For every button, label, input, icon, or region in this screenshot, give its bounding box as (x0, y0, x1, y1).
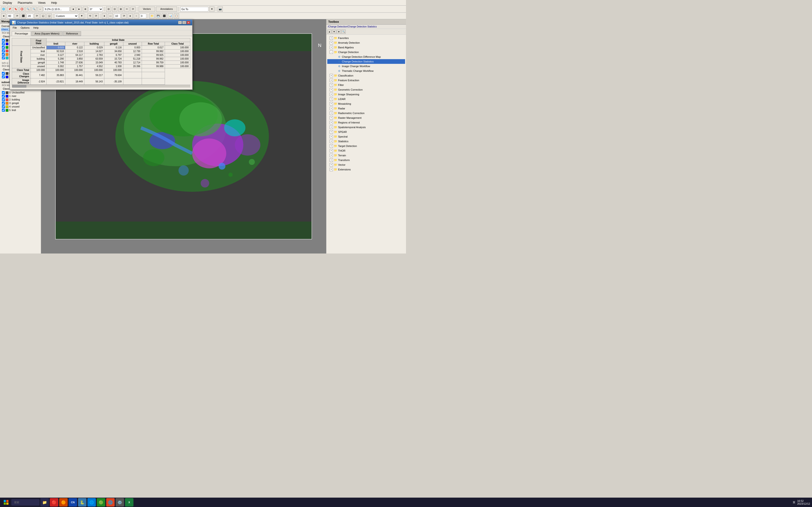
tree-expander-17[interactable]: + (329, 116, 333, 119)
modal-dialog[interactable]: 📊 Change Detection Statistics (Initial S… (9, 19, 193, 90)
tree-expander-3[interactable]: − (329, 50, 333, 54)
toolbar-btn-11[interactable]: ⊞ (118, 7, 123, 12)
class-item-3-3[interactable]: 3: gengdi (1, 101, 40, 105)
toolbar-btn-7[interactable]: ↔ (38, 7, 43, 12)
toolbar-btn-10[interactable]: ⊡ (112, 7, 117, 12)
class-check-2-0[interactable] (2, 72, 5, 75)
menu-views[interactable]: Views (37, 1, 47, 5)
class-item-3-5[interactable]: 5: lindi (1, 108, 40, 112)
toolbar2-btn-16[interactable]: ⬛ (162, 13, 167, 18)
toolbar2-btn-3[interactable]: ⬛ (21, 13, 26, 18)
toolbox-star-btn[interactable]: ★ (337, 30, 341, 34)
modal-menu-help[interactable]: Help (32, 26, 41, 30)
tree-item-6[interactable]: ⚙Image Change Workflow (327, 64, 405, 68)
toolbar2-btn-15[interactable]: 💾 (156, 13, 161, 18)
class-check-3-1[interactable] (2, 95, 5, 98)
class-check-1-4[interactable] (2, 53, 5, 56)
tree-expander-10[interactable]: + (329, 83, 333, 87)
tree-item-0[interactable]: +📁Favorites (327, 36, 405, 40)
tree-expander-22[interactable]: + (329, 139, 333, 143)
tree-item-16[interactable]: +📁Radiometric Correction (327, 111, 405, 115)
goto-dropdown[interactable]: ▼ (209, 7, 214, 12)
class-check-1-1[interactable] (2, 42, 5, 45)
toolbar-btn-1[interactable]: 🌐 (1, 7, 6, 12)
goto-input[interactable] (180, 7, 208, 11)
modal-minimize-btn[interactable]: − (178, 21, 182, 24)
toolbar2-btn-9[interactable]: ● (102, 13, 107, 18)
class-item-3-0[interactable]: 0: Unclassified (1, 91, 40, 94)
scale-input-1[interactable] (7, 14, 14, 18)
class-check-3-3[interactable] (2, 102, 5, 105)
class-check-1-0[interactable] (2, 39, 5, 42)
tab-percentage[interactable]: Percentage (12, 31, 31, 36)
menu-display[interactable]: Display (2, 1, 13, 5)
tab-area[interactable]: Area (Square Meters) (32, 31, 62, 36)
toolbar2-btn-1[interactable]: ◄ (1, 13, 6, 18)
scale-input-2[interactable] (27, 14, 33, 18)
toolbar-btn-2[interactable]: 📌 (7, 7, 12, 12)
zoom-in-btn[interactable]: ◄ (70, 7, 75, 12)
menu-help[interactable]: Help (50, 1, 58, 5)
custom-dropdown[interactable]: ▼ (79, 13, 84, 18)
tree-expander-23[interactable]: + (329, 144, 333, 148)
modal-menu-options[interactable]: Options (19, 26, 32, 30)
tab-reference[interactable]: Reference (63, 31, 81, 36)
tree-expander-11[interactable]: + (329, 88, 333, 91)
tree-item-9[interactable]: +📁Feature Extraction (327, 78, 405, 82)
tree-expander-24[interactable]: + (329, 149, 333, 152)
toolbar-btn-12[interactable]: ✂ (124, 7, 130, 12)
zoom-input[interactable] (44, 7, 69, 11)
tree-item-11[interactable]: +📁Geometric Correction (327, 87, 405, 92)
tree-expander-18[interactable]: + (329, 121, 333, 124)
tree-expander-26[interactable]: + (329, 158, 333, 162)
modal-maximize-btn[interactable]: □ (182, 21, 186, 24)
toolbar-btn-4[interactable]: ⭕ (19, 7, 24, 12)
toolbar-btn-13[interactable]: ⟳ (131, 7, 136, 12)
class-item-3-1[interactable]: 1: river (1, 94, 40, 98)
toolbar2-btn-4[interactable]: ⟳ (34, 13, 40, 18)
toolbar-btn-5[interactable]: 🔍 (26, 7, 31, 12)
table-scrollbar[interactable] (12, 85, 190, 88)
tree-item-19[interactable]: +📁Spatiotemporal Analysis (327, 125, 405, 129)
scrollbar-thumb[interactable] (12, 85, 26, 88)
zoom-out-btn[interactable]: ► (77, 7, 82, 12)
toolbar2-btn-18[interactable]: 📋 (174, 13, 179, 18)
toolbar2-btn-8[interactable]: ⟳ (94, 13, 99, 18)
tree-expander-13[interactable]: + (329, 97, 333, 101)
class-check-3-5[interactable] (2, 109, 5, 112)
tree-expander-8[interactable]: + (329, 74, 333, 77)
tree-item-17[interactable]: +📁Raster Management (327, 115, 405, 120)
scale-input-3[interactable] (114, 14, 120, 18)
tree-item-22[interactable]: +📁Statistics (327, 139, 405, 144)
scale-input-4[interactable] (140, 14, 146, 18)
class-check-3-2[interactable] (2, 98, 5, 101)
menu-placemarks[interactable]: Placemarks (17, 1, 33, 5)
toolbar2-btn-7[interactable]: ⟲ (87, 13, 93, 18)
modal-close-btn[interactable]: ✕ (187, 21, 190, 24)
tree-item-21[interactable]: +📁Spectral (327, 134, 405, 139)
tree-item-18[interactable]: +📁Regions of Interest (327, 120, 405, 125)
tree-expander-12[interactable]: + (329, 93, 333, 96)
vectors-btn[interactable]: Vectors (139, 7, 155, 12)
class-check-2-1[interactable] (2, 75, 5, 78)
toolbar-btn-3[interactable]: 🔖 (13, 7, 18, 12)
toolbar-btn-6[interactable]: 🔍 (32, 7, 37, 12)
toolbar-btn-14[interactable]: 📷 (217, 7, 223, 12)
custom-select[interactable]: Custom (55, 14, 78, 18)
toolbar2-btn-10[interactable]: — (108, 13, 113, 18)
tree-expander-1[interactable]: + (329, 41, 333, 44)
toolbar2-btn-11[interactable]: ⟳ (121, 13, 126, 18)
class-item-3-2[interactable]: 2: building (1, 98, 40, 101)
modal-menu-file[interactable]: File (11, 26, 19, 30)
toolbar2-btn-17[interactable]: 📊 (168, 13, 173, 18)
tree-item-23[interactable]: +📁Target Detection (327, 144, 405, 148)
tree-expander-21[interactable]: + (329, 135, 333, 138)
annotations-btn[interactable]: Annotations (156, 7, 177, 12)
tree-item-28[interactable]: +📁Extensions (327, 167, 405, 172)
toolbar2-btn-6[interactable]: ◲ (47, 13, 52, 18)
tree-item-1[interactable]: +📁Anomaly Detection (327, 40, 405, 45)
tree-item-26[interactable]: +📁Transform (327, 158, 405, 162)
class-check-3-0[interactable] (2, 91, 5, 94)
tree-item-20[interactable]: +📁SPEAR (327, 129, 405, 134)
class-check-1-2[interactable] (2, 46, 5, 49)
